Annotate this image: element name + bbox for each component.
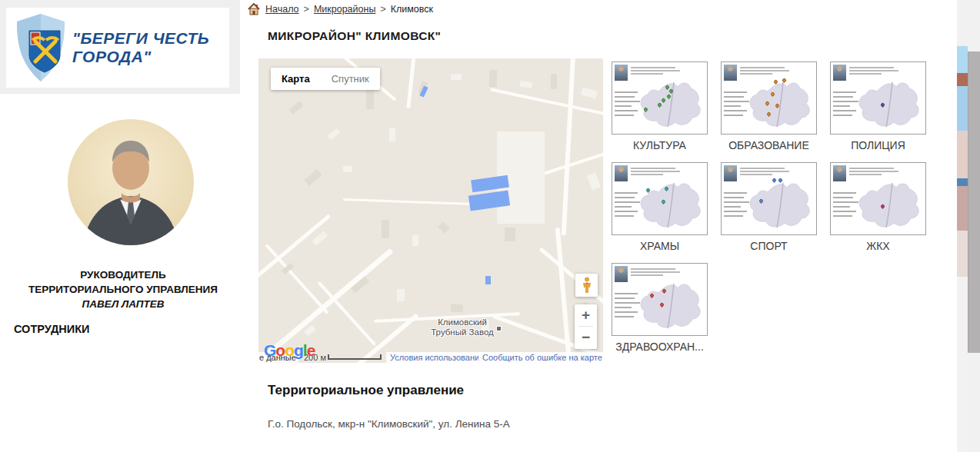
breadcrumb: Начало > Микрорайоны > Климовск — [248, 3, 433, 15]
map-water — [485, 276, 491, 284]
category-thumbnail-6[interactable]: ЖКХ — [830, 162, 926, 252]
district-map-silhouette — [635, 279, 706, 334]
thumbnail-side-textline — [615, 311, 638, 313]
home-icon[interactable] — [248, 3, 260, 15]
map-building — [551, 74, 557, 89]
google-logo-letter: G — [264, 341, 275, 359]
thumbnail-side-textline — [615, 96, 635, 98]
category-thumbnails-grid: КУЛЬТУРАОБРАЗОВАНИЕПОЛИЦИЯХРАМЫСПОРТЖКХЗ… — [612, 61, 935, 364]
thumbnail-side-textline — [724, 115, 743, 116]
thumbnail-person-photo — [615, 65, 628, 81]
thumbnail-header-textline — [849, 168, 894, 169]
thumbnail-side-textline — [724, 105, 741, 107]
map-tab-karta[interactable]: Карта — [271, 68, 321, 90]
google-logo[interactable]: Google — [264, 341, 315, 360]
thumbnail-label: ЗДРАВООХРАН... — [612, 341, 708, 353]
thumbnail-side-textline — [615, 297, 635, 299]
background-sliver-segment — [957, 178, 968, 186]
map-building — [289, 101, 304, 115]
map-tab-sputnik[interactable]: Спутник — [321, 68, 380, 90]
thumbnail-side-textline — [724, 215, 743, 217]
map-building — [438, 221, 450, 234]
thumbnail-side-textline — [615, 91, 638, 93]
place-label-line1: Климовский — [405, 317, 520, 327]
thumbnail-side-textline — [724, 110, 747, 111]
map-building — [343, 166, 352, 172]
site-logo[interactable]: "БЕРЕГИ ЧЕСТЬ ГОРОДА" — [6, 8, 229, 88]
map-building — [389, 128, 395, 141]
map-building — [519, 81, 532, 89]
category-thumbnail-7[interactable]: ЗДРАВООХРАН... — [612, 263, 708, 353]
map-road — [406, 58, 415, 108]
category-thumbnail-3[interactable]: ПОЛИЦИЯ — [830, 61, 926, 151]
zoom-in-button[interactable]: + — [575, 304, 597, 326]
thumbnail-side-textline — [833, 91, 856, 93]
breadcrumb-separator: > — [380, 4, 385, 15]
category-thumbnail-2[interactable]: ОБРАЗОВАНИЕ — [721, 61, 817, 151]
zoom-out-button[interactable]: − — [575, 327, 597, 348]
thumbnail-side-textline — [615, 316, 634, 317]
breadcrumb-home[interactable]: Начало — [265, 4, 299, 15]
thumbnail-header-textline — [631, 73, 663, 75]
thumbnail-person-photo — [615, 165, 628, 181]
thumbnail-side-textline — [833, 215, 852, 217]
report-map-error-link[interactable]: Сообщить об ошибке на карте — [478, 352, 603, 363]
breadcrumb-microdistricts[interactable]: Микрорайоны — [314, 4, 376, 15]
map-type-control: Карта Спутник — [271, 68, 380, 90]
google-map[interactable]: Карта Спутник Климовский Трубный Завод +… — [258, 58, 603, 363]
sidebar-item-staff[interactable]: СОТРУДНИКИ — [14, 323, 90, 335]
thumbnail-label: КУЛЬТУРА — [612, 139, 708, 151]
place-marker-icon — [496, 326, 502, 331]
map-building — [505, 228, 515, 241]
map-building — [397, 289, 405, 301]
leader-photo-image — [68, 119, 194, 245]
thumbnail-person-photo — [724, 165, 737, 181]
thumbnail-side-textline — [615, 211, 638, 212]
thumbnail-side-textline — [724, 206, 741, 208]
background-sliver-segment — [957, 86, 968, 131]
map-building — [489, 70, 497, 87]
background-sliver-segment — [957, 231, 968, 277]
thumbnail-header-textline — [740, 174, 772, 175]
background-image-sliver — [957, 0, 968, 452]
thumbnail-header-textline — [740, 67, 785, 68]
thumbnail-person-photo — [615, 266, 628, 282]
logo-area: "БЕРЕГИ ЧЕСТЬ ГОРОДА" — [0, 0, 240, 94]
thumbnail-person-photo — [833, 165, 846, 181]
google-logo-letter: e — [307, 341, 315, 359]
office-address: Г.о. Подольск, мкр-н "Климовский", ул. Л… — [268, 418, 510, 430]
thumbnail-header-textline — [631, 168, 675, 169]
district-map-silhouette — [745, 178, 815, 234]
background-sliver-segment — [957, 46, 968, 73]
scrollbar-thumb[interactable] — [968, 52, 980, 353]
district-map-silhouette — [854, 78, 925, 133]
background-sliver-segment — [957, 73, 968, 86]
google-logo-letter: g — [294, 341, 303, 359]
thumbnail-side-textline — [724, 91, 747, 93]
map-zoom-control: + − — [575, 304, 597, 349]
thumbnail-header-textline — [849, 70, 898, 71]
background-sliver-segment — [957, 131, 968, 178]
thumbnail-side-textline — [615, 307, 632, 308]
map-building — [382, 220, 389, 238]
category-thumbnail-1[interactable]: КУЛЬТУРА — [612, 61, 708, 151]
pegman-control[interactable] — [575, 274, 598, 297]
google-logo-letter: o — [285, 341, 294, 359]
thumbnail-side-textline — [615, 115, 634, 116]
thumbnail-person-photo — [724, 65, 737, 81]
thumbnail-side-textline — [833, 197, 853, 198]
thumbnail-side-textline — [833, 115, 852, 116]
thumbnail-map-image — [721, 61, 817, 135]
thumbnail-side-textline — [724, 211, 747, 212]
thumbnail-header-textline — [631, 67, 675, 68]
leader-photo — [68, 119, 194, 245]
map-building — [412, 235, 418, 246]
thumbnail-header-textline — [740, 73, 772, 75]
thumbnail-side-textline — [724, 96, 744, 98]
district-map-silhouette — [635, 78, 706, 133]
terms-of-use-link[interactable]: Условия использования — [386, 352, 488, 363]
thumbnail-header-textline — [631, 174, 663, 175]
thumbnail-label: ЖКХ — [830, 240, 926, 252]
category-thumbnail-4[interactable]: ХРАМЫ — [612, 162, 708, 252]
category-thumbnail-5[interactable]: СПОРТ — [721, 162, 817, 252]
